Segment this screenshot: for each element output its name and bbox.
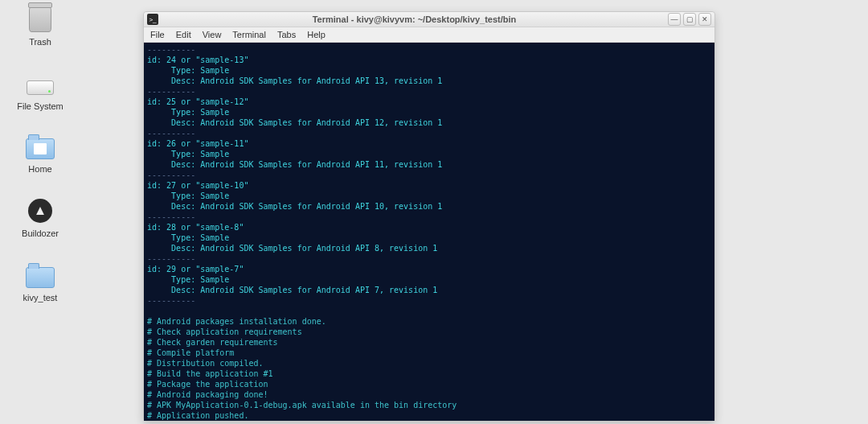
titlebar[interactable]: >_ Terminal - kivy@kivyvm: ~/Desktop/kiv… [144,12,714,27]
terminal-app-icon: >_ [147,14,158,25]
window-title: Terminal - kivy@kivyvm: ~/Desktop/kivy_t… [163,14,665,24]
menu-file[interactable]: File [150,30,165,39]
filesystem-label: File System [4,101,76,111]
filesystem-icon[interactable]: File System [4,69,76,111]
menu-edit[interactable]: Edit [176,30,191,39]
buildozer-icon[interactable]: Buildozer [4,196,76,238]
menu-view[interactable]: View [203,30,222,39]
home-label: Home [4,164,76,174]
terminal-window: >_ Terminal - kivy@kivyvm: ~/Desktop/kiv… [143,11,715,422]
kivytest-folder-icon[interactable]: kivy_test [4,261,76,303]
buildozer-label: Buildozer [4,228,76,238]
kivytest-label: kivy_test [4,293,76,303]
trash-label: Trash [4,37,76,47]
menu-help[interactable]: Help [307,30,326,39]
menubar: File Edit View Terminal Tabs Help [144,27,714,43]
menu-terminal[interactable]: Terminal [232,30,266,39]
maximize-button[interactable]: ▢ [683,13,696,26]
menu-tabs[interactable]: Tabs [277,30,296,39]
close-button[interactable]: ✕ [698,13,711,26]
terminal-output[interactable]: ---------- id: 24 or "sample-13" Type: S… [144,43,714,421]
trash-icon[interactable]: Trash [4,5,76,47]
minimize-button[interactable]: — [668,13,681,26]
home-folder-icon[interactable]: Home [4,132,76,174]
